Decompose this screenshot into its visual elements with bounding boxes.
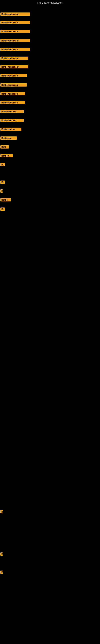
- bottleneck-result-badge: Bottleneck re: [0, 128, 21, 131]
- bottleneck-result-badge: Bottlen: [0, 154, 13, 158]
- bottleneck-result-badge: Bott: [0, 145, 9, 148]
- bottleneck-result-badge: Bottleneck result: [0, 56, 28, 60]
- bottleneck-result-badge: Bottleneck result: [0, 21, 30, 24]
- bottleneck-result-badge: B: [0, 190, 3, 192]
- bottleneck-result-badge: Bo: [0, 208, 5, 211]
- bottleneck-result-badge: Bottleneck res: [0, 110, 24, 113]
- bottleneck-result-badge: B: [0, 510, 3, 514]
- bottleneck-result-badge: Bottleneck result: [0, 12, 30, 16]
- bottleneck-result-badge: Bottleneck resul: [0, 74, 27, 77]
- bottleneck-result-badge: Bottleneck resul: [0, 83, 27, 86]
- bottleneck-result-badge: Bo: [0, 163, 5, 166]
- bottleneck-result-badge: Bottleneck result: [0, 39, 30, 42]
- bottleneck-result-badge: Bottleneck resu: [0, 101, 25, 104]
- bottleneck-result-badge: Bo: [0, 180, 5, 184]
- site-title: TheBottlenecker.com: [0, 0, 100, 5]
- bottleneck-result-badge: Bottleneck result: [0, 30, 30, 33]
- bottleneck-result-badge: Bottleneck resu: [0, 92, 25, 96]
- bottleneck-result-badge: B: [0, 552, 3, 556]
- bottleneck-result-badge: Bottleneck res: [0, 119, 24, 122]
- bottleneck-result-badge: Bottlenec: [0, 136, 17, 140]
- bottleneck-result-badge: Bottleneck result: [0, 48, 30, 51]
- bottleneck-result-badge: B: [0, 570, 3, 574]
- bottleneck-result-badge: Bottleneck result: [0, 65, 28, 68]
- bottleneck-result-badge: Bottle: [0, 198, 11, 202]
